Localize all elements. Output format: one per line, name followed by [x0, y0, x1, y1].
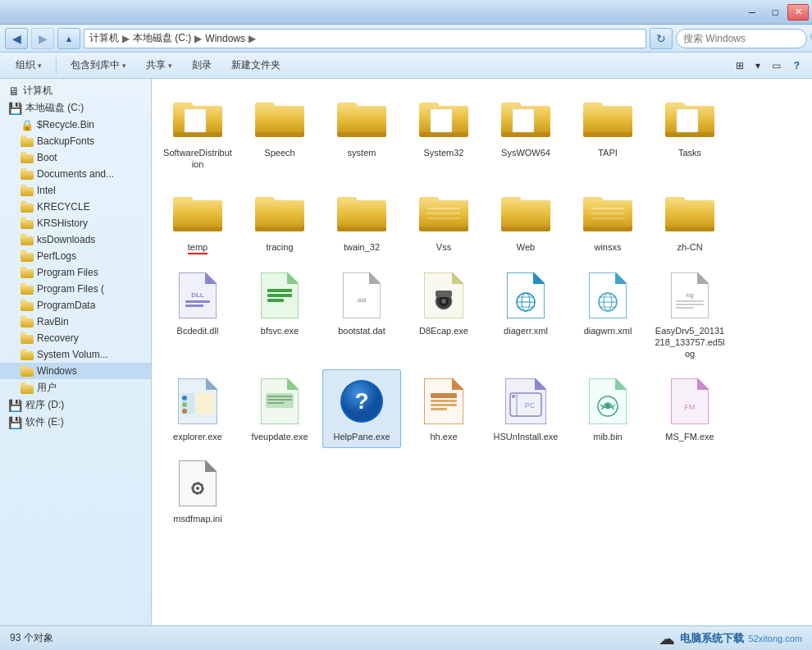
help-button[interactable]: ?: [788, 55, 805, 76]
folder-icon: [582, 185, 634, 238]
sidebar-item-recovery[interactable]: Recovery: [0, 330, 151, 346]
mib-icon: [582, 375, 634, 428]
sidebar-item-krshistory[interactable]: KRSHistory: [0, 215, 151, 231]
folder-icon: [21, 349, 34, 360]
file-item-bootstat-dat[interactable]: dat bootstat.dat: [322, 263, 401, 366]
breadcrumb-computer[interactable]: 计算机: [89, 31, 119, 45]
sidebar-item-documents-and---[interactable]: Documents and...: [0, 166, 151, 182]
address-path[interactable]: 计算机 ▶ 本地磁盘 (C:) ▶ Windows ▶: [84, 29, 646, 48]
file-item-speech[interactable]: Speech: [240, 85, 319, 176]
file-item-fveupdate-exe[interactable]: fveupdate.exe: [240, 369, 319, 448]
up-button[interactable]: ▲: [57, 28, 80, 49]
sidebar-label: Boot: [37, 152, 57, 163]
file-item-temp[interactable]: temp: [158, 180, 237, 260]
file-item-msdfmap-ini[interactable]: msdfmap.ini: [158, 451, 237, 530]
file-item-mib-bin[interactable]: mib.bin: [568, 369, 647, 448]
file-item-hh-exe[interactable]: hh.exe: [404, 369, 483, 448]
sidebar-item----[interactable]: 🖥计算机: [0, 82, 151, 99]
help-icon: ?: [335, 375, 388, 428]
file-item-zh-cn[interactable]: zh-CN: [650, 180, 729, 260]
gear-icon: [171, 457, 224, 510]
file-item-tasks[interactable]: Tasks: [650, 85, 729, 176]
file-item-winsxs[interactable]: winsxs: [568, 180, 647, 260]
search-box[interactable]: 🔍: [676, 29, 807, 48]
folder-icon: [500, 91, 552, 144]
svg-rect-126: [431, 408, 447, 410]
sidebar-label: Program Files (: [37, 283, 104, 295]
file-label: Vss: [436, 241, 451, 253]
file-item-system[interactable]: system: [322, 85, 401, 176]
sidebar-label: BackupFonts: [37, 135, 94, 147]
folder-icon: [664, 91, 716, 144]
svg-rect-146: [196, 492, 199, 495]
file-item-hsuninstall-exe[interactable]: PC HSUnInstall.exe: [486, 369, 565, 448]
sidebar-item-programdata[interactable]: ProgramData: [0, 297, 151, 314]
back-button[interactable]: ◀: [5, 28, 28, 49]
share-button[interactable]: 共享 ▾: [137, 55, 181, 76]
sidebar-item-ksdownloads[interactable]: ksDownloads: [0, 231, 151, 248]
file-item-softwaredistribution[interactable]: SoftwareDistribution: [158, 85, 237, 176]
folder-icon: [582, 91, 634, 144]
file-item-vss[interactable]: Vss: [404, 180, 483, 260]
minimize-button[interactable]: ─: [741, 4, 763, 21]
file-item-diagwrn-xml[interactable]: diagwrn.xml: [568, 263, 647, 366]
file-item-tapi[interactable]: TAPI: [568, 85, 647, 176]
search-input[interactable]: [683, 33, 806, 44]
explorer-svg: [178, 378, 217, 424]
svg-rect-144: [202, 488, 204, 491]
sidebar-item-program-files[interactable]: Program Files: [0, 264, 151, 281]
sidebar-item-program-files--[interactable]: Program Files (: [0, 281, 151, 297]
file-label: SysWOW64: [501, 147, 550, 158]
file-item-syswow64[interactable]: SysWOW64: [486, 85, 565, 176]
svg-rect-102: [676, 300, 704, 302]
sidebar-item-----e--[interactable]: 💾软件 (E:): [0, 414, 151, 431]
folder-icon: [21, 217, 34, 229]
file-label: bootstat.dat: [338, 325, 385, 336]
file-grid: SoftwareDistribution Speech system: [158, 85, 805, 530]
sidebar-item-intel[interactable]: Intel: [0, 182, 151, 199]
file-item-bcdedit-dll[interactable]: DLL Bcdedit.dll: [158, 263, 237, 366]
view-arrow[interactable]: ▾: [751, 55, 764, 76]
file-item-helppane-exe[interactable]: ? HelpPane.exe: [322, 369, 401, 448]
maximize-button[interactable]: □: [764, 4, 786, 21]
file-item-web[interactable]: Web: [486, 180, 565, 260]
content-area[interactable]: SoftwareDistribution Speech system: [152, 79, 812, 625]
file-label: Speech: [264, 147, 294, 158]
sidebar-item-perflogs[interactable]: PerfLogs: [0, 248, 151, 264]
sidebar-item-ravbin[interactable]: RavBin: [0, 314, 151, 330]
file-item-bfsvc-exe[interactable]: bfsvc.exe: [240, 263, 319, 366]
file-item-diagerr-xml[interactable]: diagerr.xml: [486, 263, 565, 366]
organize-button[interactable]: 组织 ▾: [7, 55, 51, 76]
forward-button[interactable]: ▶: [31, 28, 54, 49]
burn-button[interactable]: 刻录: [183, 55, 221, 76]
svg-rect-35: [173, 227, 222, 231]
file-item-tracing[interactable]: tracing: [240, 180, 319, 260]
sidebar-item-windows[interactable]: Windows: [0, 363, 151, 379]
file-item-explorer-exe[interactable]: explorer.exe: [158, 369, 237, 448]
sidebar-item-----d--[interactable]: 💾程序 (D:): [0, 396, 151, 414]
file-item-twain-32[interactable]: twain_32: [322, 180, 401, 260]
breadcrumb-disk[interactable]: 本地磁盘 (C:): [133, 31, 191, 45]
file-item-ms-fm-exe[interactable]: FM MS_FM.exe: [650, 369, 729, 448]
folder-svg: [255, 96, 304, 139]
svg-rect-124: [431, 400, 457, 402]
sidebar-item-------c--[interactable]: 💾本地磁盘 (C:): [0, 99, 151, 117]
folder-icon: [21, 201, 34, 213]
file-item-easydrv5-20131218-133757-ed5log[interactable]: log EasyDrv5_20131218_133757.ed5log: [650, 263, 729, 366]
file-item-system32[interactable]: System32: [404, 85, 483, 176]
file-item-d8ecap-exe[interactable]: D8Ecap.exe: [404, 263, 483, 366]
sidebar-item--recycle-bin[interactable]: 🔒$Recycle.Bin: [0, 117, 151, 133]
breadcrumb-windows[interactable]: Windows: [205, 33, 245, 44]
new-folder-button[interactable]: 新建文件夹: [222, 55, 290, 76]
sidebar-item-boot[interactable]: Boot: [0, 149, 151, 166]
refresh-button[interactable]: ↻: [650, 28, 673, 49]
sidebar-item-system-volum---[interactable]: System Volum...: [0, 346, 151, 363]
view-button[interactable]: ⊞: [730, 55, 750, 76]
sidebar-item---[interactable]: 用户: [0, 379, 151, 396]
close-button[interactable]: ✕: [787, 4, 809, 21]
file-label: D8Ecap.exe: [419, 325, 468, 336]
preview-pane-button[interactable]: ▭: [766, 55, 787, 76]
include-library-button[interactable]: 包含到库中 ▾: [62, 55, 135, 76]
sidebar-item-backupfonts[interactable]: BackupFonts: [0, 133, 151, 149]
sidebar-item-krecycle[interactable]: KRECYCLE: [0, 199, 151, 215]
